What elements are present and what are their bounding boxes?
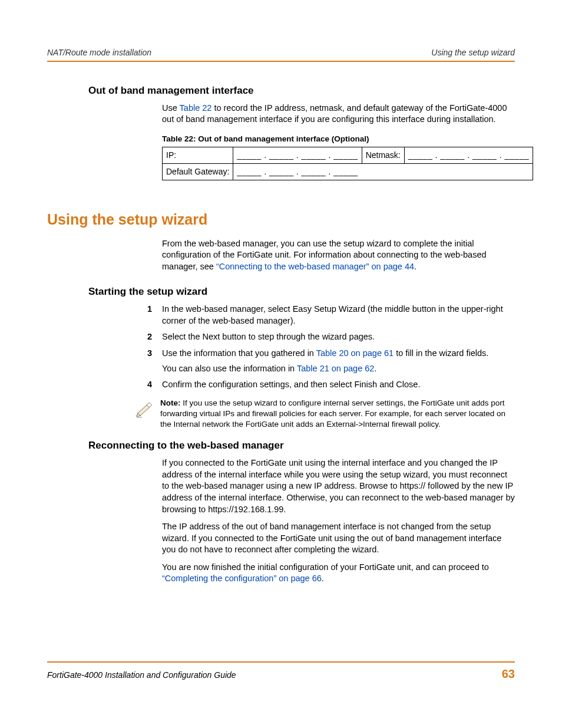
text: . [414, 262, 416, 271]
table-caption: Table 22: Out of band management interfa… [162, 134, 515, 144]
link-connecting-manager[interactable]: “Connecting to the web-based manager” on… [216, 262, 414, 271]
paragraph: You are now finished the initial configu… [162, 562, 515, 585]
text: If you use the setup wizard to configure… [160, 398, 505, 429]
footer-title: FortiGate-4000 Installation and Configur… [47, 670, 236, 681]
text: Use [162, 103, 180, 113]
table-oob-interface: IP: _____ . _____ . _____ . _____ Netmas… [162, 147, 533, 180]
step-list: 1 In the web-based manager, select Easy … [141, 304, 515, 390]
label-ip: IP: [163, 147, 233, 164]
blank-field: _____ . _____ . _____ . _____ [237, 150, 358, 160]
note-label: Note: [160, 398, 181, 407]
step-text: Use the information that you gathered in… [162, 348, 488, 358]
header-left: NAT/Route mode installation [47, 47, 151, 58]
step-number: 2 [141, 331, 152, 343]
paragraph: If you connected to the FortiGate unit u… [162, 457, 515, 515]
field-netmask: _____ . _____ . _____ . _____ [404, 147, 533, 164]
field-gateway: _____ . _____ . _____ . _____ [233, 164, 533, 180]
text: . [374, 364, 376, 373]
text: to record the IP address, netmask, and d… [162, 103, 507, 124]
field-ip: _____ . _____ . _____ . _____ [233, 147, 362, 164]
step-number: 3 [141, 348, 152, 360]
link-table-22[interactable]: Table 22 [180, 103, 212, 113]
page-number: 63 [502, 666, 515, 682]
header-right: Using the setup wizard [431, 47, 515, 58]
note-block: Note: If you use the setup wizard to con… [134, 398, 515, 430]
blank-field: _____ . _____ . _____ . _____ [237, 167, 358, 176]
step-number: 4 [141, 379, 152, 391]
note-icon [134, 399, 154, 419]
text: . [322, 574, 324, 583]
running-header: NAT/Route mode installation Using the se… [47, 47, 515, 62]
text: Use the information that you gathered in [162, 348, 316, 358]
list-item: 1 In the web-based manager, select Easy … [141, 304, 515, 327]
link-table-21[interactable]: Table 21 on page 62 [297, 364, 374, 373]
link-completing-config[interactable]: “Completing the configuration” on page 6… [162, 574, 322, 583]
text: You are now finished the initial configu… [162, 562, 489, 572]
paragraph: Use Table 22 to record the IP address, n… [162, 103, 515, 126]
text: You can also use the information in [162, 364, 297, 373]
text: to fill in the wizard fields. [394, 348, 488, 358]
table-row: IP: _____ . _____ . _____ . _____ Netmas… [163, 147, 533, 164]
paragraph: The IP address of the out of band manage… [162, 521, 515, 556]
step-text: You can also use the information in Tabl… [162, 364, 376, 373]
paragraph: From the web-based manager, you can use … [162, 238, 515, 273]
step-text: Select the Next button to step through t… [162, 332, 375, 341]
blank-field: _____ . _____ . _____ . _____ [408, 150, 529, 160]
step-number: 1 [141, 304, 152, 315]
heading-using-setup-wizard: Using the setup wizard [47, 210, 515, 230]
list-item: 3 Use the information that you gathered … [141, 348, 515, 374]
table-row: Default Gateway: _____ . _____ . _____ .… [163, 164, 533, 180]
list-item: 2 Select the Next button to step through… [141, 331, 515, 343]
step-text: In the web-based manager, select Easy Se… [162, 304, 503, 325]
heading-starting-wizard: Starting the setup wizard [88, 285, 515, 299]
note-text: Note: If you use the setup wizard to con… [160, 398, 515, 430]
heading-reconnecting: Reconnecting to the web-based manager [88, 439, 515, 453]
heading-oob-interface: Out of band management interface [88, 84, 515, 98]
page-footer: FortiGate-4000 Installation and Configur… [47, 661, 515, 682]
label-netmask: Netmask: [362, 147, 404, 164]
label-gateway: Default Gateway: [163, 164, 233, 180]
list-item: 4 Confirm the configuration settings, an… [141, 379, 515, 391]
link-table-20[interactable]: Table 20 on page 61 [316, 348, 394, 358]
step-text: Confirm the configuration settings, and … [162, 380, 420, 389]
